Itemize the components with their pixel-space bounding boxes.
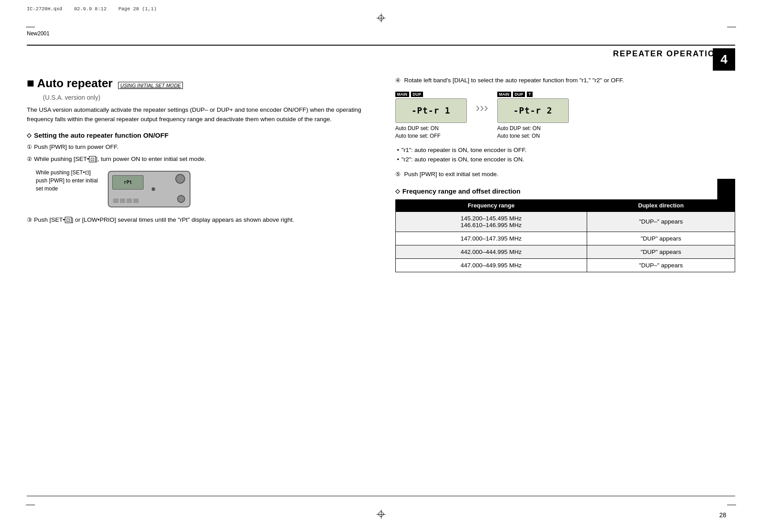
radio-illustration: rPt (106, 169, 195, 211)
table-cell-freq-3: 442.000–444.995 MHz (395, 245, 587, 258)
top-rule (27, 45, 735, 46)
step-3-text: Push [SET•⊡] or [LOW•PRIO] several times… (34, 216, 294, 223)
panel-r1-header: MAIN DUP (395, 92, 423, 97)
using-badge: USING INITIAL SET MODE (118, 82, 183, 89)
page-wrapper: IC-2720H.qxd 02.9.9 8:12 Page 28 (1,1) N… (0, 0, 762, 532)
step-2-num: ② (27, 155, 32, 164)
corner-mark-tl (26, 27, 35, 27)
freq-heading: Frequency range and offset direction (395, 187, 735, 195)
panel-r1-caption: Auto DUP set: ON Auto tone set: OFF (395, 125, 440, 140)
meta-page-ref: Page 28 (1,1) (119, 6, 157, 12)
chapter-title: REPEATER OPERATION (613, 49, 722, 59)
page-number: 28 (719, 511, 726, 519)
filename: IC-2720H.qxd (27, 6, 62, 12)
bottom-rule (27, 496, 735, 496)
step-3-num: ③ (27, 215, 32, 224)
table-cell-dup-4: "DUP–" appears (587, 258, 735, 272)
table-row: 147.000–147.395 MHz "DUP" appears (395, 232, 735, 245)
table-header-duplex: Duplex direction (587, 199, 735, 212)
corner-mark-tr (727, 27, 736, 27)
step-1-text: Push [PWR] to turn power OFF. (34, 144, 119, 150)
section-heading: ■ Auto repeater USING INITIAL SET MODE (27, 76, 367, 90)
table-row: 447.000–449.995 MHz "DUP–" appears (395, 258, 735, 272)
panel-r2-display: -Pt-r 2 (513, 106, 552, 115)
table-cell-dup-2: "DUP" appears (587, 232, 735, 245)
panel-r1-tag-dup: DUP (411, 92, 423, 97)
crosshair-bottom (377, 510, 385, 519)
table-cell-freq-4: 447.000–449.995 MHz (395, 258, 587, 272)
meta-date: 02.9.9 8:12 (74, 6, 107, 12)
bullet-list: "r1": auto repeater is ON, tone encoder … (397, 145, 735, 165)
panel-r2-tag-main: MAIN (497, 92, 511, 97)
table-cell-freq-1: 145.200–145.495 MHz146.610–146.995 MHz (395, 211, 587, 232)
step-4-text: Rotate left band's [DIAL] to select the … (404, 77, 624, 84)
bullet-2-text: "r2": auto repeater is ON, tone encoder … (402, 156, 524, 163)
panel-r2-tag-t: T (527, 92, 533, 97)
new2001-label: New2001 (27, 30, 50, 37)
panel-r2-tag-dup: DUP (513, 92, 525, 97)
panel-r2-header: MAIN DUP T (497, 92, 533, 97)
table-row: 442.000–444.995 MHz "DUP" appears (395, 245, 735, 258)
panel-r1-caption-line2: Auto tone set: OFF (395, 132, 440, 140)
step-4: ④ Rotate left band's [DIAL] to select th… (395, 76, 735, 85)
panel-r1-display: -Pt-r 1 (411, 106, 450, 115)
panel-r2-caption-line2: Auto tone set: ON (497, 132, 541, 140)
panel-r1-tag-main: MAIN (395, 92, 409, 97)
step-1: ① Push [PWR] to turn power OFF. (27, 143, 367, 152)
chapter-number-box: 4 (713, 48, 735, 71)
on-off-heading: Setting the auto repeater function ON/OF… (27, 131, 367, 139)
radio-diagram: While pushing [SET•⊡] push [PWR] to ente… (36, 169, 367, 211)
corner-mark-bl (26, 505, 35, 505)
content-area: ■ Auto repeater USING INITIAL SET MODE (… (27, 76, 735, 496)
step-5-text: Push [PWR] to exit initial set mode. (404, 171, 499, 177)
radio-caption: While pushing [SET•⊡] push [PWR] to ente… (36, 169, 98, 193)
step-4-num: ④ (395, 76, 401, 85)
left-column: ■ Auto repeater USING INITIAL SET MODE (… (27, 76, 367, 228)
right-column: ④ Rotate left band's [DIAL] to select th… (395, 76, 735, 272)
panel-r2-caption: Auto DUP set: ON Auto tone set: ON (497, 125, 541, 140)
table-cell-dup-1: "DUP–" appears (587, 211, 735, 232)
freq-table: Frequency range Duplex direction 145.200… (395, 199, 735, 272)
table-cell-freq-2: 147.000–147.395 MHz (395, 232, 587, 245)
step-1-num: ① (27, 143, 32, 152)
step-3: ③ Push [SET•⊡] or [LOW•PRIO] several tim… (27, 215, 367, 225)
display-panel-r2: MAIN DUP T -Pt-r 2 Auto DUP set: ON Auto… (497, 92, 569, 140)
step-2: ② While pushing [SET•⊡], turn power ON t… (27, 155, 367, 164)
step-5-num: ⑤ (395, 170, 401, 179)
table-cell-dup-3: "DUP" appears (587, 245, 735, 258)
step-5: ⑤ Push [PWR] to exit initial set mode. (395, 170, 735, 179)
table-row: 145.200–145.495 MHz146.610–146.995 MHz "… (395, 211, 735, 232)
section-subtitle: (U.S.A. version only) (43, 94, 367, 101)
top-meta: IC-2720H.qxd 02.9.9 8:12 Page 28 (1,1) (27, 6, 157, 12)
panel-r2-screen: -Pt-r 2 (497, 98, 569, 123)
section-title: Auto repeater (37, 76, 113, 90)
step-2-text: While pushing [SET•⊡], turn power ON to … (34, 156, 206, 162)
bullet-item-1: "r1": auto repeater is ON, tone encoder … (397, 145, 735, 155)
intro-text: The USA version automatically activate t… (27, 106, 367, 124)
crosshair-top (377, 13, 385, 22)
panel-r1-screen: -Pt-r 1 (395, 98, 467, 123)
bullet-1-text: "r1": auto repeater is ON, tone encoder … (402, 147, 527, 153)
radio-caption-text: While pushing [SET•⊡] push [PWR] to ente… (36, 169, 98, 192)
corner-mark-br (727, 505, 736, 505)
panel-r1-caption-line1: Auto DUP set: ON (395, 125, 440, 132)
bullet-item-2: "r2": auto repeater is ON, tone encoder … (397, 155, 735, 165)
display-panel-r1: MAIN DUP -Pt-r 1 Auto DUP set: ON Auto t… (395, 92, 467, 140)
panel-r2-caption-line1: Auto DUP set: ON (497, 125, 541, 132)
panel-divider: ››› (476, 92, 488, 115)
display-panels: MAIN DUP -Pt-r 1 Auto DUP set: ON Auto t… (395, 92, 735, 140)
chapter-header: REPEATER OPERATION (27, 49, 735, 59)
table-header-freq: Frequency range (395, 199, 587, 212)
